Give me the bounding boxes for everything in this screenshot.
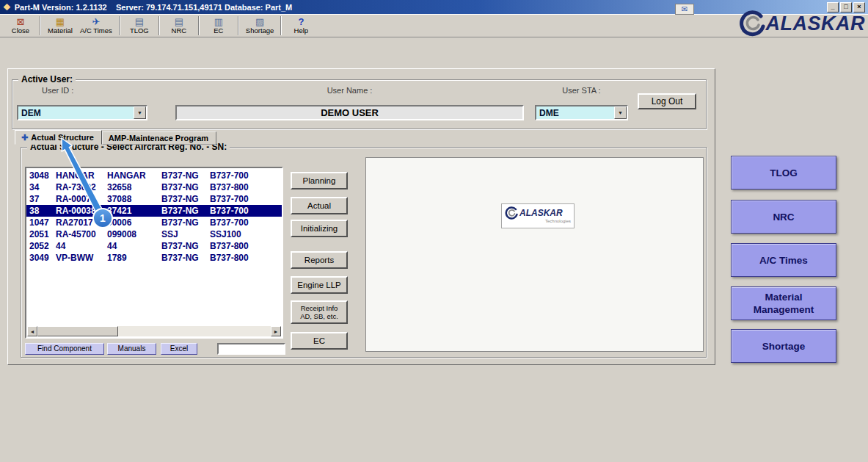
actual-button[interactable]: Actual xyxy=(291,197,348,214)
toolbar-button-material[interactable]: ▦Material xyxy=(44,15,76,36)
aircraft-sn: 37088 xyxy=(107,194,161,204)
chevron-down-icon: ▼ xyxy=(618,110,623,115)
scrollbar-thumb[interactable] xyxy=(37,326,118,336)
aircraft-reg: RA-00074 xyxy=(56,194,107,204)
excel-button[interactable]: Excel xyxy=(161,343,197,355)
tab-amp-maintenance-program[interactable]: AMP-Maintenace Program xyxy=(102,131,216,145)
aircraft-reg: VP-BWW xyxy=(56,253,107,263)
footer-input[interactable] xyxy=(217,343,285,355)
menu-tlog-button[interactable]: TLOG xyxy=(731,156,836,190)
aircraft-row[interactable]: 20524444B737-NGB737-800 xyxy=(26,240,282,252)
ec-button[interactable]: EC xyxy=(291,332,348,350)
user-name-label: User Name : xyxy=(175,86,524,95)
envelope-icon: ✉ xyxy=(682,5,688,13)
exit-door-icon: ⊠ xyxy=(17,17,25,26)
aircraft-model: B737-700 xyxy=(210,170,263,181)
aircraft-model: B737-800 xyxy=(210,253,263,263)
menu-nrc-button[interactable]: NRC xyxy=(731,200,836,234)
aircraft-sn: 32658 xyxy=(107,182,161,192)
planning-button[interactable]: Planning xyxy=(291,172,348,190)
nrc-document-icon: ▤ xyxy=(175,17,183,26)
menu-a-c-times-button[interactable]: A/C Times xyxy=(731,243,836,277)
menu-shortage-button[interactable]: Shortage xyxy=(731,329,836,363)
receipt-info-ad-sb-etc-button[interactable]: Receipt Info AD, SB, etc. xyxy=(291,300,348,324)
logout-button[interactable]: Log Out xyxy=(638,93,696,109)
aircraft-reg: HANGAR xyxy=(56,170,107,181)
user-id-select[interactable]: DEM ▼ xyxy=(17,105,147,120)
toolbar-button-tlog[interactable]: ▤TLOG xyxy=(123,15,156,36)
aircraft-type: B737-NG xyxy=(161,241,210,251)
aircraft-row[interactable]: 34RA-7300232658B737-NGB737-800 xyxy=(26,181,282,193)
tab-label: Actual Structure xyxy=(31,133,94,142)
aircraft-sn: 099008 xyxy=(107,229,161,239)
toolbar-button-label: Close xyxy=(12,26,29,35)
toolbar-button-help[interactable]: ?Help xyxy=(285,15,317,36)
toolbar-button-label: EC xyxy=(214,26,223,35)
toolbar-button-shortage[interactable]: ▨Shortage xyxy=(242,15,278,36)
user-id-dropdown-button[interactable]: ▼ xyxy=(134,107,146,119)
user-sta-select[interactable]: DME ▼ xyxy=(535,105,628,120)
toolbar-button-label: Help xyxy=(294,26,309,35)
engine-llp-button[interactable]: Engine LLP xyxy=(291,276,348,294)
menu-material-management-button[interactable]: Material Management xyxy=(731,286,836,320)
aircraft-id: 1047 xyxy=(26,217,56,228)
alaskar-swoosh-icon xyxy=(739,10,765,37)
minimize-icon: _ xyxy=(831,4,834,10)
scroll-right-icon: ► xyxy=(274,329,279,334)
aircraft-list-rows: 3048HANGARHANGARB737-NGB737-70034RA-7300… xyxy=(26,168,282,264)
aircraft-list[interactable]: 3048HANGARHANGARB737-NGB737-70034RA-7300… xyxy=(25,167,283,339)
scroll-left-icon: ◄ xyxy=(30,329,35,334)
maximize-icon: □ xyxy=(844,4,847,10)
alaskar-logo-text: ALASKAR xyxy=(766,12,866,35)
toolbar-button-nrc[interactable]: ▤NRC xyxy=(163,15,195,36)
manuals-button[interactable]: Manuals xyxy=(107,343,156,355)
aircraft-type: B737-NG xyxy=(161,253,210,263)
user-sta-dropdown-button[interactable]: ▼ xyxy=(614,107,627,119)
toolbar-separator xyxy=(119,16,120,35)
aircraft-id: 38 xyxy=(26,206,56,216)
toolbar-button-a-c-times[interactable]: ✈A/C Times xyxy=(76,15,116,36)
scroll-left-button[interactable]: ◄ xyxy=(27,326,37,336)
aircraft-display-panel: ALASKAR Technologies xyxy=(365,157,704,352)
user-name-field[interactable]: DEMO USER xyxy=(175,105,524,120)
aircraft-row[interactable]: 3049VP-BWW1789B737-NGB737-800 xyxy=(26,252,282,264)
toolbar-button-ec[interactable]: ▥EC xyxy=(203,15,235,36)
aircraft-row[interactable]: 2051RA-45700099008SSJSSJ100 xyxy=(26,228,282,240)
close-window-icon: × xyxy=(857,4,861,10)
aircraft-reg: RA-00038 xyxy=(56,206,107,216)
toolbar-separator xyxy=(198,16,200,35)
scroll-right-button[interactable]: ► xyxy=(271,326,281,336)
structure-group: Actual Structure - Select Aircraft Reg. … xyxy=(21,147,707,358)
aircraft-id: 3048 xyxy=(26,170,56,181)
aircraft-id: 34 xyxy=(26,182,56,192)
find-component-button[interactable]: Find Component xyxy=(25,343,104,355)
help-icon: ? xyxy=(298,17,304,26)
horizontal-scrollbar[interactable]: ◄ ► xyxy=(27,326,281,336)
mail-button[interactable]: ✉ xyxy=(675,4,694,15)
toolbar-button-label: Material xyxy=(48,26,73,35)
tab-strip: ✚ Actual Structure AMP-Maintenace Progra… xyxy=(15,130,216,145)
initializing-button[interactable]: Initializing xyxy=(291,220,348,237)
scrollbar-track[interactable] xyxy=(37,326,271,336)
toolbar-button-label: Shortage xyxy=(246,26,274,35)
reports-button[interactable]: Reports xyxy=(291,251,348,269)
aircraft-row[interactable]: 38RA-0003837421B737-NGB737-700 xyxy=(26,205,282,217)
aircraft-model: B737-800 xyxy=(210,182,263,192)
aircraft-model: B737-700 xyxy=(210,194,263,204)
toolbar-button-label: A/C Times xyxy=(80,26,112,35)
tab-actual-structure[interactable]: ✚ Actual Structure xyxy=(15,130,102,145)
tlog-document-icon: ▤ xyxy=(135,17,144,26)
toolbar-button-close[interactable]: ⊠Close xyxy=(4,15,37,36)
aircraft-id: 2051 xyxy=(26,229,56,239)
aircraft-row[interactable]: 37RA-0007437088B737-NGB737-700 xyxy=(26,193,282,205)
active-user-group: Active User: User ID : DEM ▼ User Name :… xyxy=(12,79,707,129)
shortage-document-icon: ▨ xyxy=(255,17,264,26)
aircraft-type: B737-NG xyxy=(161,182,210,192)
aircraft-row[interactable]: 1047RA2701700006B737-NGB737-700 xyxy=(26,217,282,228)
aircraft-model: B737-700 xyxy=(210,206,263,216)
user-sta-value: DME xyxy=(536,108,614,118)
aircraft-row[interactable]: 3048HANGARHANGARB737-NGB737-700 xyxy=(26,170,282,181)
alaskar-watermark-logo: ALASKAR Technologies xyxy=(501,203,575,228)
chevron-down-icon: ▼ xyxy=(137,110,142,115)
aircraft-id: 37 xyxy=(26,194,56,204)
